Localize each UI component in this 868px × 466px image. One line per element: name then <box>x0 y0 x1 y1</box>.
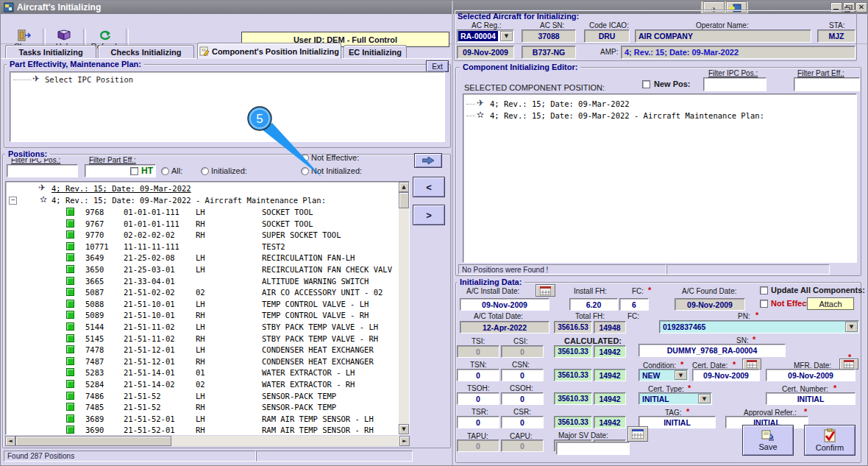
position-row[interactable]: 528421-51-14-0202WATER EXTRACTOR - RH <box>6 379 403 390</box>
component-cube-icon <box>66 253 74 261</box>
position-row[interactable]: 366521-33-04-01ALTITUDE WARNING SWITCH <box>6 276 403 287</box>
save-button[interactable]: Save <box>742 425 794 456</box>
confirm-button[interactable]: Confirm <box>804 425 855 456</box>
position-row[interactable]: 365021-25-03-01LHRECIRCULATION FAN CHECK… <box>6 264 403 275</box>
mfr-date-calendar-button[interactable] <box>839 359 858 370</box>
cert-number-field[interactable]: INITIAL <box>766 392 855 405</box>
close-window-button[interactable]: ✕ <box>855 2 867 13</box>
position-row[interactable]: 508921-51-10-01RHTEMP CONTROL VALVE - RH <box>6 310 403 321</box>
not-effective-radio[interactable] <box>301 154 309 162</box>
tsoh-value: 0 <box>476 395 480 403</box>
filter-ipc-input[interactable] <box>7 164 78 177</box>
dropdown-arrow-icon[interactable]: ▼ <box>675 370 687 380</box>
install-date-calendar-button[interactable] <box>536 284 555 297</box>
position-pos: 01 <box>196 368 205 377</box>
position-row[interactable]: 748721-51-12-01RHCONDENSER HEAT EXCHANGE… <box>6 356 403 367</box>
v-scrollbar[interactable] <box>399 182 409 434</box>
tab-checks-initializing[interactable]: Checks Initializing <box>98 45 194 59</box>
position-row[interactable]: 508821-51-10-01LHTEMP CONTROL VALVE - LH <box>6 299 403 310</box>
csn-field[interactable]: 0 <box>501 369 544 381</box>
move-right-arrow-button[interactable] <box>414 153 442 168</box>
position-row[interactable]: 364921-25-02-08LHRECIRCULATION FAN-LH <box>6 253 403 264</box>
position-row[interactable]: 748621-51-52LHSENSOR-PACK TEMP <box>6 391 403 402</box>
dropdown-arrow-icon[interactable]: ▼ <box>698 394 711 403</box>
operator-value: AIR COMPANY <box>638 32 693 40</box>
tab-tasks-initializing[interactable]: Tasks Initializing <box>5 45 96 59</box>
expander-minus-icon[interactable]: − <box>9 197 17 205</box>
scroll-down-button[interactable]: ▼ <box>399 424 409 434</box>
position-row[interactable]: 977002-02-02-02RHSUPER SOCKET TOOL <box>6 230 403 241</box>
editor-plan-row[interactable]: ✫ 4; Rev.: 15; Date: 09-Mar-2022 - Aircr… <box>463 110 853 121</box>
position-row[interactable]: 514521-51-11-02RHSTBY PACK TEMP VALVE - … <box>6 333 403 345</box>
tree-connector <box>466 104 475 105</box>
scroll-up-button[interactable]: ▲ <box>399 182 409 192</box>
condition-combobox[interactable]: NEW ▼ <box>638 369 689 381</box>
ext-button[interactable]: Ext <box>426 60 449 72</box>
move-right-button[interactable]: > <box>413 205 445 225</box>
position-row[interactable]: 1077111-11-11-111TEST2 <box>6 241 403 253</box>
cert-type-combobox[interactable]: INITIAL ▼ <box>638 392 712 405</box>
amp-root-row[interactable]: ✈ 4; Rev.: 15; Date: 09-Mar-2022 <box>6 183 388 194</box>
csr-field[interactable]: 0 <box>501 416 544 428</box>
tag-field[interactable]: INITIAL <box>638 416 716 428</box>
amp-plan-row[interactable]: − ✫ 4; Rev.: 15; Date: 09-Mar-2022 - Air… <box>6 195 403 206</box>
install-date-field[interactable]: 09-Nov-2009 <box>460 298 549 311</box>
select-ipc-position-item[interactable]: Select IPC Position <box>45 75 133 84</box>
position-row[interactable]: 369021-51-52-01RHRAM AIR TEMP SENSOR - R… <box>6 425 403 434</box>
tsi-value: 0 <box>476 347 480 356</box>
csr-label: CSR: <box>513 408 531 416</box>
dropdown-arrow-icon[interactable]: ▼ <box>845 322 858 332</box>
pn-combobox[interactable]: 0192837465 ▼ <box>659 320 859 333</box>
not-initialized-radio[interactable] <box>301 167 309 175</box>
install-fh-field[interactable]: 6.20 <box>569 298 618 311</box>
position-row[interactable]: 514421-51-11-02LHSTBY PACK TEMP VALVE - … <box>6 322 403 333</box>
move-left-button[interactable]: < <box>413 177 445 197</box>
sn-field[interactable]: DUMMY_9768_RA-00004 <box>638 344 786 357</box>
positions-list[interactable]: ✈ 4; Rev.: 15; Date: 09-Mar-2022 − ✫ 4; … <box>5 181 410 435</box>
amp-plan-label: 4; Rev.: 15; Date: 09-Mar-2022 - Aircraf… <box>51 196 326 205</box>
initialized-radio[interactable] <box>201 167 209 175</box>
position-row[interactable]: 747821-51-12-01LHCONDENSER HEAT EXCHANGE… <box>6 345 403 356</box>
position-row[interactable]: 368921-51-52-01LHRAM AIR TEMP SENSOR - L… <box>6 414 403 425</box>
new-pos-checkbox[interactable] <box>642 80 650 88</box>
editor-filter-ipc-label: Filter IPC Pos.: <box>708 69 758 77</box>
found-date-value: 09-Nov-2009 <box>687 300 733 309</box>
position-row[interactable]: 976801-01-01-111LHSOCKET TOOL <box>6 207 403 218</box>
h-scroll-thumb[interactable] <box>15 436 171 446</box>
tab-components-position-initializing[interactable]: Component's Position Initializing <box>197 43 341 59</box>
position-desc: STBY PACK TEMP VALVE - LH <box>262 322 378 331</box>
csoh-field[interactable]: 0 <box>501 392 544 405</box>
major-sv-calendar-button[interactable] <box>627 426 648 442</box>
position-row[interactable]: 748521-51-52RHSENSOR-PACK TEMP <box>6 402 403 413</box>
not-effective-checkbox[interactable] <box>760 300 768 308</box>
editor-filter-part-input[interactable] <box>794 77 860 91</box>
csoh-label: CSOH: <box>510 384 533 392</box>
tsoh-field[interactable]: 0 <box>457 392 499 405</box>
fc1-field[interactable]: 6 <box>619 298 649 311</box>
cert-date-field[interactable]: 09-Nov-2009 <box>692 369 760 381</box>
update-all-checkbox[interactable] <box>760 286 768 294</box>
scroll-right-button[interactable]: ► <box>399 436 410 446</box>
major-sv-input[interactable] <box>556 442 630 455</box>
editor-tree[interactable]: ✈ 4; Rev.: 15; Date: 09-Mar-2022 ✫ 4; Re… <box>463 93 857 263</box>
calc-fh-value: 35610.33 <box>558 347 588 356</box>
tsn-field[interactable]: 0 <box>457 369 499 381</box>
editor-filter-ipc-input[interactable] <box>703 77 766 91</box>
attach-button[interactable]: Attach <box>807 297 854 310</box>
scroll-left-button[interactable]: ◄ <box>5 436 15 446</box>
ac-reg-combobox[interactable]: RA-00004 ▼ <box>457 29 514 43</box>
cert-date-calendar-button[interactable] <box>742 359 761 370</box>
editor-root-row[interactable]: ✈ 4; Rev.: 15; Date: 09-Mar-2022 <box>463 99 846 110</box>
ht-checkbox[interactable] <box>130 167 138 175</box>
tab-ec-initializing[interactable]: EC Initializing <box>344 45 407 59</box>
tsr-field[interactable]: 0 <box>457 416 499 428</box>
mfr-date-field[interactable]: 09-Nov-2009 <box>766 369 855 381</box>
all-radio[interactable] <box>161 167 169 175</box>
position-row[interactable]: 976701-01-01-111RHSOCKET TOOL <box>6 219 403 230</box>
install-date-value: 09-Nov-2009 <box>482 300 527 309</box>
dropdown-arrow-icon[interactable]: ▼ <box>500 31 513 41</box>
tsi-label: TSI: <box>472 337 485 345</box>
position-row[interactable]: 508721-51-02-0202AIR CO ACCESSORY UNIT -… <box>6 287 403 298</box>
position-row[interactable]: 528321-51-14-0101WATER EXTRACTOR - LH <box>6 367 403 378</box>
v-scroll-thumb[interactable] <box>399 192 409 208</box>
